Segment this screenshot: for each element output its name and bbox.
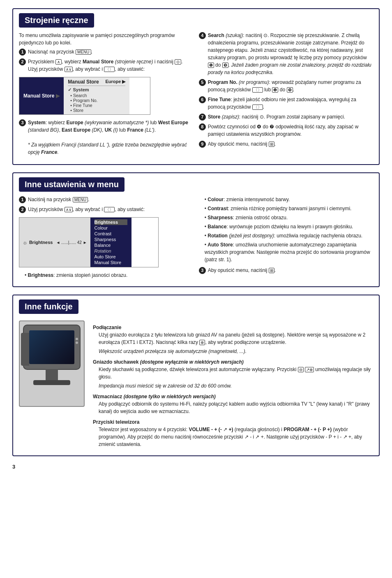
inne-ustawienia-header: Inne ustawienia w menu (19, 177, 125, 192)
vol-up-key: ↗⊕ (305, 367, 314, 372)
podlaczanie-italic: Większość urządzeń przełącza się automat… (99, 348, 373, 355)
strojenie-header: Strojenie ręczne (19, 13, 94, 28)
step8-number: 8 (199, 123, 206, 130)
tv-screen (29, 330, 74, 364)
menu-item-store: • Store (68, 108, 125, 113)
ext-key: ⊕ (199, 340, 205, 345)
right-step4: 4 Search (szukaj): naciśnij ⊙. Rozpoczni… (199, 32, 373, 76)
num9-key: ❾ (287, 87, 293, 93)
strojenie-step2: 2 Przyciskiem ∧, wybierz Manual Store (s… (19, 58, 189, 73)
tv-button-1 (76, 338, 78, 340)
step2-number: 2 (19, 58, 26, 65)
updown-keys: ∧∨ (65, 67, 73, 72)
page: Strojenie ręczne To menu umożliwia zapis… (12, 8, 380, 470)
inne-ustawienia-right: • Colour: zmienia intensywność barwy. • … (199, 196, 373, 281)
section-przyciski: Przyciski telewizora Telewizor jest wypo… (93, 419, 373, 448)
step1-text: Nacisnąć na przycisk MENU. (28, 48, 92, 56)
step7-text: Store (zapisz): naciśnij ⊙. Program zost… (208, 113, 345, 121)
br-contrast: Contrast (95, 231, 127, 237)
step9-text: Aby opuścić menu, naciśnij ⊞. (208, 140, 276, 148)
step5-number: 5 (199, 79, 206, 86)
strojenie-intro: To menu umożliwia zapisywanie w pamięci … (19, 32, 189, 46)
tv-screen-content (29, 330, 74, 364)
br-sharpness: Sharpness (95, 237, 127, 242)
manual-store-menu: Manual Store ▶ Manual Store Europe ▶ ✓ S… (19, 77, 150, 115)
menu-arrow: ▶ (56, 93, 60, 99)
tv-image (19, 320, 85, 407)
page-number: 3 (12, 464, 380, 470)
inne-step3-text: Aby opuścić menu, naciśnij ⊞. (208, 267, 276, 274)
up-key: ∧ (55, 59, 62, 65)
bullet-colour: • Colour: zmienia intensywność barwy. (205, 196, 373, 203)
wzmacniacz-text: Aby podłączyć odbiornik do systemu Hi-Fi… (99, 400, 373, 415)
strojenie-step3: 3 System: wybierz Europe (wykrywanie aut… (19, 119, 189, 156)
exit-key-1: ⊞ (269, 142, 274, 147)
brightness-sun-icon: ☼ (23, 239, 28, 246)
tv-body (23, 325, 81, 370)
bullet-sharpness: • Sharpness: zmienia ostrość obrazu. (205, 214, 373, 221)
br-balance: Balance (95, 242, 127, 248)
right-step5: 5 Program No. (nr programu): wprowadź po… (199, 79, 373, 93)
right-step9: 9 Aby opuścić menu, naciśnij ⊞. (199, 140, 373, 148)
menu-right: Manual Store Europe ▶ ✓ System • Search … (64, 77, 129, 114)
ok-key: ⊙ (175, 59, 181, 65)
inne-step1-num: 1 (19, 196, 26, 203)
strojenie-step1: 1 Nacisnąć na przycisk MENU. (19, 48, 189, 56)
section-wzmacniacz: Wzmacniacz (dostępne tylko w niektórych … (93, 394, 373, 415)
step6-number: 6 (199, 96, 206, 103)
step4-number: 4 (199, 32, 206, 39)
br-autostore: Auto Store (95, 254, 127, 260)
bullet-rotation: • Rotation (jeżeli jest dostępny): umożl… (205, 232, 373, 239)
num0-key: ❶ (272, 87, 278, 93)
menu-item-program-no: • Program No. (68, 98, 125, 103)
gniazdo-italic: Impedancja musi mieścić się w zakresie o… (99, 382, 373, 390)
inne-step2-num: 2 (19, 206, 26, 213)
step5-text: Program No. (nr programu): wprowadź pożą… (208, 79, 373, 93)
przyciski-title: Przyciski telewizora (93, 419, 373, 425)
right-step7: 7 Store (zapisz): naciśnij ⊙. Program zo… (199, 113, 373, 121)
bullet-contrast: • Contrast: zmienia różnicę pomiędzy bar… (205, 205, 373, 212)
menu-left-label: Manual Store ▶ (19, 77, 64, 114)
right-step8: 8 Powtórz czynności od ❹ do ❼ odpowiedni… (199, 123, 373, 138)
bullet-autostore: • Auto Store: umożliwia uruchomienie aut… (205, 241, 373, 263)
menu-key-inne: MENU (73, 197, 88, 202)
step9-number: 9 (199, 141, 206, 148)
section-gniazdo: Gniazdo słuchawek (dostępne wyłącznie w … (93, 359, 373, 390)
bullet-balance: • Balance: wyrównuje poziom dźwięku na l… (205, 223, 373, 230)
inne-funkcje-header: Inne funkcje (19, 299, 78, 314)
inne-step1: 1 Naciśnij na przycisk MENU. (19, 196, 189, 203)
step8-text: Powtórz czynności od ❹ do ❼ odpowiednią … (208, 123, 373, 138)
brightness-note: • Brightness: zmienia stopień jasności o… (25, 272, 189, 279)
brightness-right-panel: Brightness Colour Contrast Sharpness Bal… (90, 218, 131, 267)
inne-step3: 3 Aby opuścić menu, naciśnij ⊞. (199, 267, 373, 274)
przyciski-text: Telewizor jest wyposażony w 4 przyciski:… (99, 426, 373, 448)
br-manualstore: Manual Store (95, 260, 127, 265)
menu-item-search: • Search (68, 93, 125, 98)
menu-item-system: ✓ System (68, 87, 125, 93)
podlaczanie-text: Użyj gniazdo eurołącza z tyłu telewizora… (99, 331, 373, 346)
brightness-label: Brightness (29, 240, 53, 245)
strojenie-section: Strojenie ręczne To menu umożliwia zapis… (12, 8, 380, 165)
vol-minus-key: ⊖ (298, 367, 304, 372)
step2-text: Przyciskiem ∧, wybierz Manual Store (str… (28, 58, 189, 73)
brightness-left-panel: ☼ Brightness ◄ ......|...... 42 ► (19, 218, 90, 267)
zero-key: ❶ (208, 63, 214, 68)
strojenie-right-col: 4 Search (szukaj): naciśnij ⊙. Rozpoczni… (199, 32, 373, 158)
inne-ustawienia-left: 1 Naciśnij na przycisk MENU. 2 Użyj przy… (19, 196, 189, 281)
step1-number: 1 (19, 49, 26, 56)
brightness-menu: ☼ Brightness ◄ ......|...... 42 ► Bright… (19, 217, 159, 267)
inne-funkcje-content: Podłączanie Użyj gniazdo eurołącza z tył… (19, 320, 373, 450)
menu-title: Manual Store Europe ▶ (68, 79, 125, 86)
br-rotation: Rotation (95, 248, 127, 254)
inne-step2-text: Użyj przycisków ∧∨, aby wybrać i 〈〉, aby… (28, 206, 145, 213)
menu-europe: Europe ▶ (105, 79, 125, 84)
tv-controls (76, 338, 78, 344)
br-colour: Colour (95, 225, 127, 231)
step6-text: Fine Tune: jeżeli jakość odbioru nie jes… (208, 96, 373, 111)
step4-text: Search (szukaj): naciśnij ⊙. Rozpocznie … (208, 32, 373, 76)
podlaczanie-title: Podłączanie (93, 325, 373, 330)
section-podlaczanie: Podłączanie Użyj gniazdo eurołącza z tył… (93, 325, 373, 355)
ud-keys: ∧∨ (65, 207, 73, 212)
exit-key-2: ⊞ (269, 268, 274, 273)
tv-illustration (23, 325, 81, 403)
